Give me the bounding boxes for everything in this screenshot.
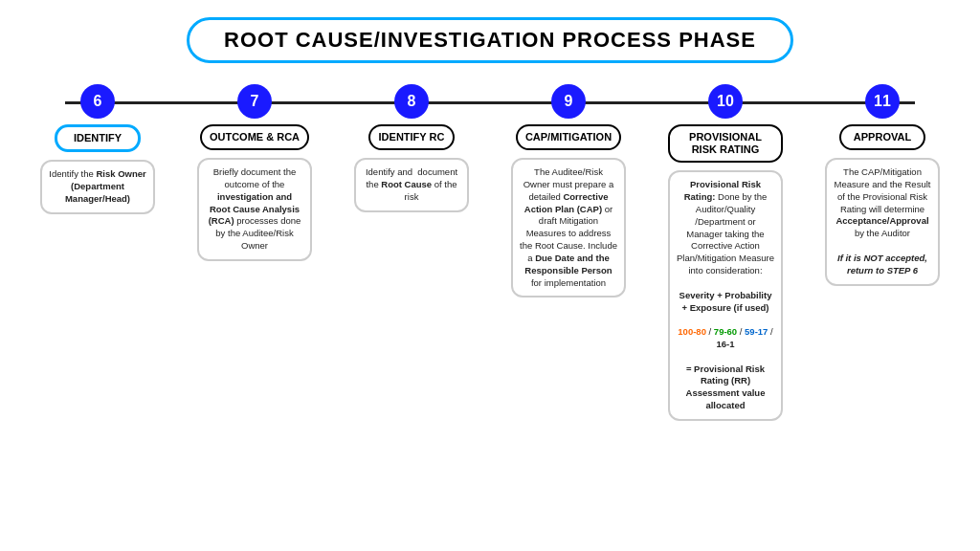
step-number-7: 7	[237, 84, 272, 119]
step-9: 9CAP/MITIGATIONThe Auditee/Risk Owner mu…	[490, 84, 647, 298]
step-title-8: IDENTIFY RC	[368, 124, 455, 150]
step-number-6: 6	[80, 84, 115, 119]
step-title-6: IDENTIFY	[55, 124, 141, 152]
process-container: 6IDENTIFYIdentify the Risk Owner (Depart…	[19, 84, 961, 421]
step-title-10: PROVISIONAL RISK RATING	[668, 124, 783, 163]
main-title-box: ROOT CAUSE/INVESTIGATION PROCESS PHASE	[187, 17, 793, 63]
step-desc-11: The CAP/Mitigation Measure and the Resul…	[825, 158, 940, 285]
step-7: 7OUTCOME & RCABriefly document the outco…	[176, 84, 333, 261]
step-desc-8: Identify and document the Root Cause of …	[354, 158, 469, 211]
step-title-9: CAP/MITIGATION	[516, 124, 621, 150]
main-title: ROOT CAUSE/INVESTIGATION PROCESS PHASE	[224, 28, 756, 53]
step-title-7: OUTCOME & RCA	[200, 124, 309, 150]
step-title-11: APPROVAL	[839, 124, 925, 150]
step-desc-10: Provisional Risk Rating: Done by the Aud…	[668, 170, 783, 420]
step-11: 11APPROVALThe CAP/Mitigation Measure and…	[804, 84, 961, 286]
step-10: 10PROVISIONAL RISK RATINGProvisional Ris…	[647, 84, 804, 421]
step-number-8: 8	[394, 84, 429, 119]
step-number-10: 10	[708, 84, 743, 119]
step-desc-6: Identify the Risk Owner (Department Mana…	[40, 160, 155, 213]
step-number-11: 11	[865, 84, 900, 119]
step-6: 6IDENTIFYIdentify the Risk Owner (Depart…	[19, 84, 176, 214]
step-8: 8IDENTIFY RCIdentify and document the Ro…	[333, 84, 490, 212]
steps-row: 6IDENTIFYIdentify the Risk Owner (Depart…	[19, 84, 961, 421]
step-desc-7: Briefly document the outcome of the inve…	[197, 158, 312, 261]
step-desc-9: The Auditee/Risk Owner must prepare a de…	[511, 158, 626, 298]
step-number-9: 9	[551, 84, 586, 119]
